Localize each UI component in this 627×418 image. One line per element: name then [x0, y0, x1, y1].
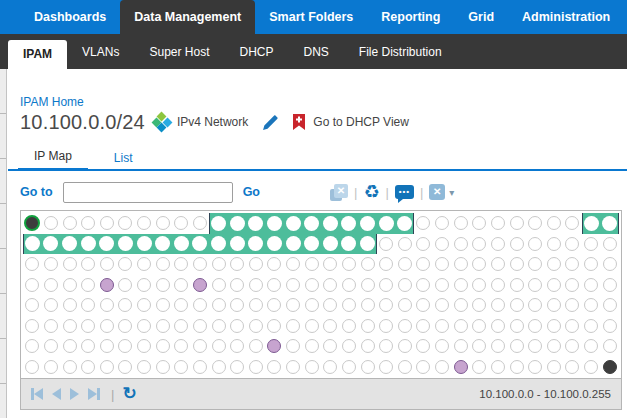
- refresh-icon[interactable]: ↻: [122, 385, 136, 403]
- ip-cell[interactable]: [507, 357, 526, 378]
- ip-cell[interactable]: [507, 336, 526, 357]
- ip-cell[interactable]: [191, 316, 210, 337]
- ip-cell[interactable]: [451, 357, 470, 378]
- ip-cell[interactable]: [228, 254, 247, 275]
- ip-cell[interactable]: [340, 213, 359, 234]
- ip-cell[interactable]: [321, 295, 340, 316]
- ip-cell[interactable]: [545, 295, 564, 316]
- ip-cell[interactable]: [153, 254, 172, 275]
- ip-cell[interactable]: [414, 213, 433, 234]
- ip-cell[interactable]: [265, 213, 284, 234]
- ip-cell[interactable]: [358, 234, 377, 255]
- ip-cell[interactable]: [563, 316, 582, 337]
- ip-cell[interactable]: [247, 357, 266, 378]
- ip-cell[interactable]: [247, 275, 266, 296]
- ip-cell[interactable]: [135, 336, 154, 357]
- ip-cell[interactable]: [153, 275, 172, 296]
- ip-cell[interactable]: [377, 234, 396, 255]
- ip-cell[interactable]: [321, 357, 340, 378]
- goto-input[interactable]: [63, 182, 233, 203]
- ip-cell[interactable]: [42, 213, 61, 234]
- ip-cell[interactable]: [433, 316, 452, 337]
- ip-cell[interactable]: [451, 275, 470, 296]
- nav-item-dashboards[interactable]: Dashboards: [20, 0, 120, 34]
- ip-cell[interactable]: [545, 316, 564, 337]
- ip-cell[interactable]: [284, 357, 303, 378]
- subnav-item-dhcp[interactable]: DHCP: [225, 35, 289, 69]
- ip-cell[interactable]: [265, 336, 284, 357]
- ip-cell[interactable]: [265, 295, 284, 316]
- ip-cell[interactable]: [79, 316, 98, 337]
- ip-cell[interactable]: [507, 213, 526, 234]
- ip-cell[interactable]: [191, 336, 210, 357]
- ip-cell[interactable]: [582, 213, 601, 234]
- ip-cell[interactable]: [358, 357, 377, 378]
- ip-cell[interactable]: [228, 213, 247, 234]
- tab-list[interactable]: List: [98, 151, 149, 169]
- ip-cell[interactable]: [563, 357, 582, 378]
- ip-cell[interactable]: [116, 295, 135, 316]
- ip-cell[interactable]: [60, 357, 79, 378]
- subnav-item-dns[interactable]: DNS: [289, 35, 344, 69]
- ip-cell[interactable]: [172, 234, 191, 255]
- ip-cell[interactable]: [600, 357, 619, 378]
- goto-dhcp-view-link[interactable]: Go to DHCP View: [313, 115, 409, 129]
- ip-cell[interactable]: [23, 213, 42, 234]
- ip-cell[interactable]: [98, 295, 117, 316]
- ip-cell[interactable]: [135, 234, 154, 255]
- ip-cell[interactable]: [228, 316, 247, 337]
- ip-cell[interactable]: [247, 316, 266, 337]
- ip-cell[interactable]: [563, 254, 582, 275]
- ip-cell[interactable]: [265, 254, 284, 275]
- chevron-down-icon[interactable]: ▾: [449, 187, 454, 198]
- ip-cell[interactable]: [582, 295, 601, 316]
- ip-cell[interactable]: [302, 295, 321, 316]
- ip-cell[interactable]: [563, 234, 582, 255]
- ip-cell[interactable]: [191, 275, 210, 296]
- ip-cell[interactable]: [526, 213, 545, 234]
- ip-cell[interactable]: [172, 357, 191, 378]
- ip-cell[interactable]: [116, 357, 135, 378]
- ip-cell[interactable]: [470, 234, 489, 255]
- ip-cell[interactable]: [153, 316, 172, 337]
- ip-cell[interactable]: [302, 336, 321, 357]
- ip-cell[interactable]: [451, 316, 470, 337]
- ip-cell[interactable]: [414, 357, 433, 378]
- ip-cell[interactable]: [42, 357, 61, 378]
- nav-item-administration[interactable]: Administration: [508, 0, 624, 34]
- export-icon[interactable]: ✕: [330, 184, 348, 201]
- ip-cell[interactable]: [377, 254, 396, 275]
- ip-cell[interactable]: [135, 213, 154, 234]
- ip-cell[interactable]: [23, 234, 42, 255]
- subnav-item-super-host[interactable]: Super Host: [134, 35, 224, 69]
- ip-cell[interactable]: [433, 295, 452, 316]
- ip-cell[interactable]: [582, 254, 601, 275]
- ip-cell[interactable]: [321, 316, 340, 337]
- ip-cell[interactable]: [23, 336, 42, 357]
- ip-cell[interactable]: [79, 336, 98, 357]
- ip-cell[interactable]: [470, 213, 489, 234]
- ip-cell[interactable]: [433, 254, 452, 275]
- ip-cell[interactable]: [209, 275, 228, 296]
- ip-cell[interactable]: [451, 295, 470, 316]
- ip-cell[interactable]: [172, 336, 191, 357]
- next-page-button[interactable]: [70, 388, 79, 400]
- ip-cell[interactable]: [60, 234, 79, 255]
- ip-cell[interactable]: [265, 357, 284, 378]
- ip-cell[interactable]: [470, 295, 489, 316]
- ip-cell[interactable]: [228, 295, 247, 316]
- ip-cell[interactable]: [600, 213, 619, 234]
- ip-cell[interactable]: [396, 295, 415, 316]
- ip-cell[interactable]: [98, 316, 117, 337]
- ip-cell[interactable]: [42, 316, 61, 337]
- ip-cell[interactable]: [451, 234, 470, 255]
- ip-cell[interactable]: [42, 336, 61, 357]
- ip-cell[interactable]: [209, 295, 228, 316]
- ip-cell[interactable]: [153, 295, 172, 316]
- ip-cell[interactable]: [135, 316, 154, 337]
- ip-cell[interactable]: [545, 213, 564, 234]
- recycle-bin-icon[interactable]: ♻: [363, 184, 379, 201]
- ip-cell[interactable]: [265, 275, 284, 296]
- ip-cell[interactable]: [153, 336, 172, 357]
- ip-cell[interactable]: [582, 234, 601, 255]
